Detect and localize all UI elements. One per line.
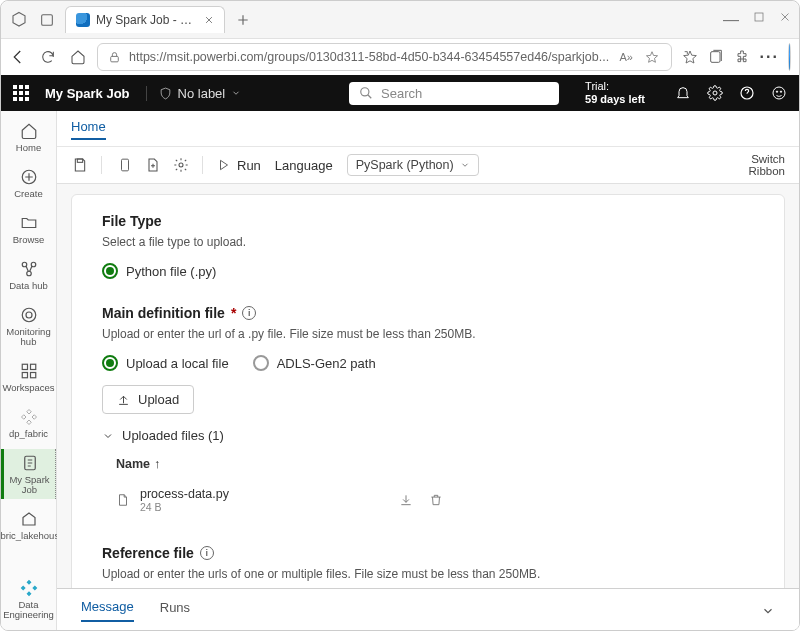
settings-gear-icon[interactable] <box>707 85 723 101</box>
chevron-down-icon[interactable] <box>761 604 775 618</box>
help-icon[interactable] <box>739 85 755 101</box>
switch-line1: Switch <box>749 153 785 165</box>
svg-rect-1 <box>755 13 763 21</box>
sort-asc-icon: ↑ <box>154 457 160 471</box>
close-tab-icon[interactable] <box>204 15 214 25</box>
add-file-icon[interactable] <box>144 156 162 174</box>
settings-icon[interactable] <box>172 156 190 174</box>
svg-rect-0 <box>42 14 53 25</box>
favorites-bar-icon[interactable] <box>682 48 698 66</box>
tab-title: My Spark Job - Synapse Data E <box>96 13 198 27</box>
upload-button[interactable]: Upload <box>102 385 194 414</box>
sidebar-item-label: My Spark Job <box>4 475 55 495</box>
workspace-icon <box>19 407 39 427</box>
switch-ribbon-button[interactable]: Switch Ribbon <box>749 153 785 177</box>
radio-upload-local[interactable]: Upload a local file <box>102 355 229 371</box>
maximize-icon[interactable] <box>753 11 765 29</box>
info-icon[interactable]: i <box>200 546 214 560</box>
language-dropdown[interactable]: PySpark (Python) <box>347 154 479 176</box>
device-icon[interactable] <box>116 156 134 174</box>
section-maindef: Main definition file * i Upload or enter… <box>102 305 754 519</box>
play-icon <box>217 158 231 172</box>
upload-icon <box>117 393 130 406</box>
file-icon <box>116 492 130 508</box>
uploaded-files-table: Name ↑ process-data.py 24 B <box>116 457 754 519</box>
read-aloud-icon[interactable]: A» <box>617 48 635 66</box>
app-launcher-icon[interactable] <box>13 85 29 101</box>
file-size: 24 B <box>140 501 229 513</box>
sidebar-item-persona[interactable]: Data Engineering <box>1 574 56 624</box>
svg-point-9 <box>780 91 781 92</box>
profile-icon[interactable] <box>9 10 29 30</box>
refresh-icon[interactable] <box>39 48 57 66</box>
search-placeholder: Search <box>381 86 422 101</box>
back-icon[interactable] <box>9 48 27 66</box>
svg-point-14 <box>22 308 36 322</box>
minimize-icon[interactable]: — <box>723 11 739 29</box>
sidebar-item-monitoring[interactable]: Monitoring hub <box>1 301 56 351</box>
app-header: My Spark Job No label Search Trial: 59 d… <box>1 75 799 111</box>
notifications-icon[interactable] <box>675 85 691 101</box>
svg-point-4 <box>361 88 369 96</box>
tabs-icon[interactable] <box>37 10 57 30</box>
sensitivity-label[interactable]: No label <box>146 86 242 101</box>
bing-chat-icon[interactable] <box>788 43 791 71</box>
persona-icon <box>19 578 39 598</box>
more-icon[interactable]: ··· <box>760 48 778 66</box>
extensions-icon[interactable] <box>734 48 750 66</box>
chevron-down-icon <box>460 160 470 170</box>
close-window-icon[interactable] <box>779 11 791 29</box>
feedback-icon[interactable] <box>771 85 787 101</box>
global-search[interactable]: Search <box>349 82 559 105</box>
sidebar-item-browse[interactable]: Browse <box>1 209 56 249</box>
delete-icon[interactable] <box>429 493 443 507</box>
sidebar-item-label: fabric_lakehouse <box>0 531 64 541</box>
tab-message[interactable]: Message <box>81 599 134 622</box>
radio-unselected-icon <box>253 355 269 371</box>
svg-rect-16 <box>22 364 27 369</box>
section-title: Reference file <box>102 545 194 561</box>
section-reffile: Reference file i Upload or enter the url… <box>102 545 754 581</box>
favorite-icon[interactable] <box>643 48 661 66</box>
search-icon <box>359 86 373 100</box>
uploaded-files-expander[interactable]: Uploaded files (1) <box>102 428 754 443</box>
column-header-name[interactable]: Name ↑ <box>116 457 754 471</box>
address-bar[interactable]: https://msit.powerbi.com/groups/0130d311… <box>97 43 672 71</box>
left-sidebar: Home Create Browse Data hub Monitoring h… <box>1 111 57 631</box>
sidebar-item-mysparkjob[interactable]: My Spark Job <box>1 449 56 499</box>
sidebar-item-workspaces[interactable]: Workspaces <box>1 357 56 397</box>
run-button[interactable]: Run <box>217 158 261 173</box>
sidebar-item-create[interactable]: Create <box>1 163 56 203</box>
breadcrumb-row: Home <box>57 111 799 147</box>
sidebar-item-dpfabric[interactable]: dp_fabric <box>1 403 56 443</box>
radio-python-file[interactable]: Python file (.py) <box>102 263 216 279</box>
radio-adls-path[interactable]: ADLS-Gen2 path <box>253 355 376 371</box>
sidebar-item-home[interactable]: Home <box>1 117 56 157</box>
radio-label: Python file (.py) <box>126 264 216 279</box>
svg-rect-18 <box>22 372 27 377</box>
tab-runs[interactable]: Runs <box>160 600 190 621</box>
info-icon[interactable]: i <box>242 306 256 320</box>
sidebar-item-datahub[interactable]: Data hub <box>1 255 56 295</box>
browser-tab[interactable]: My Spark Job - Synapse Data E <box>65 6 225 33</box>
file-name: process-data.py <box>140 487 229 501</box>
lock-icon <box>108 51 121 64</box>
radio-selected-icon <box>102 355 118 371</box>
new-tab-icon[interactable] <box>233 10 253 30</box>
collections-icon[interactable] <box>708 48 724 66</box>
no-label-text: No label <box>178 86 226 101</box>
section-desc: Upload or enter the url of a .py file. F… <box>102 327 754 341</box>
sidebar-item-lakehouse[interactable]: fabric_lakehouse <box>1 505 56 545</box>
form-scroll[interactable]: File Type Select a file type to upload. … <box>57 184 799 588</box>
sidebar-item-label: Browse <box>13 235 45 245</box>
workspaces-icon <box>19 361 39 381</box>
sidebar-item-label: Data Engineering <box>1 600 56 620</box>
trial-label: Trial: <box>585 80 645 93</box>
radio-label: Upload a local file <box>126 356 229 371</box>
ribbon-toolbar: Run Language PySpark (Python) Switch Rib… <box>57 147 799 184</box>
home-icon[interactable] <box>69 48 87 66</box>
save-icon[interactable] <box>71 156 89 174</box>
sidebar-item-label: Data hub <box>9 281 48 291</box>
download-icon[interactable] <box>399 493 413 507</box>
breadcrumb[interactable]: Home <box>71 119 106 140</box>
